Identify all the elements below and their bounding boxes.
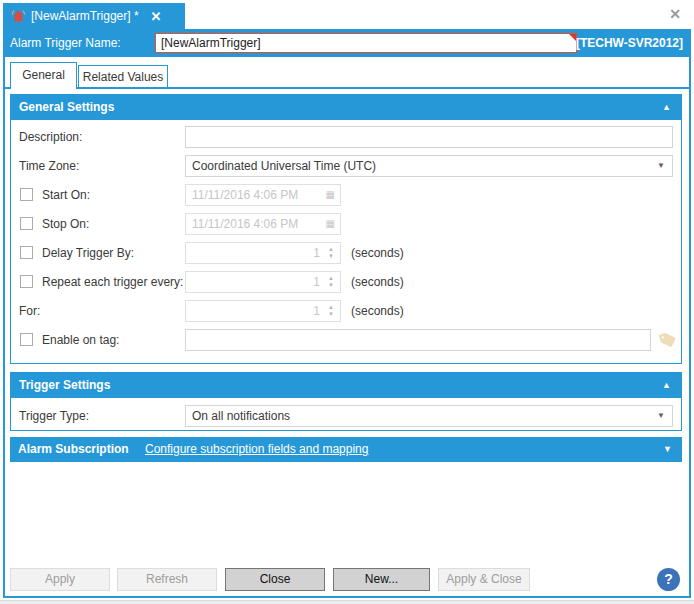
row-repeat-trigger: Repeat each trigger every: 1 ▲▼ (seconds… bbox=[11, 271, 681, 293]
general-settings-title: General Settings bbox=[19, 100, 114, 114]
row-start-on: Start On: 11/11/2016 4:06 PM ▦ bbox=[11, 184, 681, 206]
section-alarm-subscription: Alarm Subscription Configure subscriptio… bbox=[10, 437, 682, 462]
dropdown-arrow-icon: ▼ bbox=[657, 156, 665, 176]
row-trigger-type: Trigger Type: On all notifications ▼ bbox=[11, 405, 681, 427]
spinner-arrows-icon[interactable]: ▲▼ bbox=[325, 304, 337, 318]
apply-and-close-button[interactable]: Apply & Close bbox=[438, 568, 530, 591]
delay-trigger-unit: (seconds) bbox=[351, 242, 404, 264]
general-settings-body: Description: Time Zone: Coordinated Univ… bbox=[11, 120, 681, 363]
alarm-trigger-header-bar: Alarm Trigger Name: [TECHW-SVR2012] bbox=[3, 29, 691, 57]
trigger-settings-title: Trigger Settings bbox=[19, 378, 110, 392]
section-general-settings: General Settings ▲ Description: Time Zon… bbox=[10, 94, 682, 364]
trigger-type-dropdown[interactable]: On all notifications ▼ bbox=[185, 405, 673, 427]
server-name-badge: [TECHW-SVR2012] bbox=[576, 29, 683, 57]
description-input[interactable] bbox=[185, 126, 673, 148]
pane-border-left bbox=[3, 29, 5, 598]
row-stop-on: Stop On: 11/11/2016 4:06 PM ▦ bbox=[11, 213, 681, 235]
stop-on-label: Stop On: bbox=[42, 213, 89, 235]
pane-close-icon[interactable]: ✕ bbox=[669, 7, 681, 21]
alarm-trigger-name-label: Alarm Trigger Name: bbox=[10, 29, 121, 57]
tab-close-icon[interactable]: ✕ bbox=[151, 9, 162, 24]
trigger-settings-header[interactable]: Trigger Settings ▲ bbox=[11, 373, 681, 398]
alarm-subscription-title: Alarm Subscription bbox=[18, 442, 129, 456]
alarm-trigger-name-input[interactable] bbox=[155, 33, 577, 53]
start-on-checkbox[interactable] bbox=[20, 188, 33, 201]
pane-border-bottom bbox=[3, 596, 691, 598]
dropdown-arrow-icon: ▼ bbox=[657, 406, 665, 426]
tab-general[interactable]: General bbox=[10, 62, 77, 89]
pane-border-right bbox=[689, 29, 691, 598]
row-enable-on-tag: Enable on tag: bbox=[11, 329, 681, 351]
repeat-trigger-label: Repeat each trigger every: bbox=[42, 271, 183, 293]
calendar-picker-icon[interactable]: ▦ bbox=[326, 185, 335, 205]
tag-browse-icon[interactable] bbox=[657, 329, 680, 352]
repeat-trigger-checkbox[interactable] bbox=[20, 275, 33, 288]
apply-button[interactable]: Apply bbox=[10, 568, 110, 591]
calendar-picker-icon[interactable]: ▦ bbox=[326, 214, 335, 234]
document-tab-title: [NewAlarmTrigger] * bbox=[31, 9, 139, 23]
trigger-settings-body: Trigger Type: On all notifications ▼ bbox=[11, 398, 681, 430]
close-button[interactable]: Close bbox=[225, 568, 325, 591]
for-duration-spinner[interactable]: 1 ▲▼ bbox=[185, 300, 341, 322]
expand-arrow-icon[interactable]: ▼ bbox=[663, 437, 672, 462]
enable-on-tag-checkbox[interactable] bbox=[20, 333, 33, 346]
time-zone-dropdown[interactable]: Coordinated Universal Time (UTC) ▼ bbox=[185, 155, 673, 177]
description-label: Description: bbox=[19, 126, 82, 148]
row-description: Description: bbox=[11, 126, 681, 148]
alarm-bell-icon bbox=[11, 9, 26, 24]
stop-on-checkbox[interactable] bbox=[20, 217, 33, 230]
collapse-arrow-icon[interactable]: ▲ bbox=[662, 95, 671, 120]
section-trigger-settings: Trigger Settings ▲ Trigger Type: On all … bbox=[10, 372, 682, 431]
spinner-arrows-icon[interactable]: ▲▼ bbox=[325, 246, 337, 260]
for-label: For: bbox=[19, 300, 40, 322]
stop-on-datetime-input[interactable]: 11/11/2016 4:06 PM ▦ bbox=[185, 213, 341, 235]
alarm-subscription-header[interactable]: Alarm Subscription Configure subscriptio… bbox=[10, 437, 682, 462]
for-duration-unit: (seconds) bbox=[351, 300, 404, 322]
start-on-label: Start On: bbox=[42, 184, 90, 206]
general-settings-header[interactable]: General Settings ▲ bbox=[11, 95, 681, 120]
collapse-arrow-icon[interactable]: ▲ bbox=[662, 373, 671, 398]
tab-related-values[interactable]: Related Values bbox=[78, 65, 168, 89]
document-tab[interactable]: [NewAlarmTrigger] * ✕ bbox=[3, 3, 185, 29]
delay-trigger-label: Delay Trigger By: bbox=[42, 242, 134, 264]
configure-subscription-link[interactable]: Configure subscription fields and mappin… bbox=[145, 437, 368, 462]
tab-strip-underline bbox=[3, 87, 691, 89]
delay-trigger-spinner[interactable]: 1 ▲▼ bbox=[185, 242, 341, 264]
start-on-datetime-input[interactable]: 11/11/2016 4:06 PM ▦ bbox=[185, 184, 341, 206]
enable-on-tag-input[interactable] bbox=[185, 329, 651, 351]
window-bottom-edge bbox=[0, 600, 694, 604]
delay-trigger-checkbox[interactable] bbox=[20, 246, 33, 259]
repeat-trigger-spinner[interactable]: 1 ▲▼ bbox=[185, 271, 341, 293]
new-button[interactable]: New... bbox=[333, 568, 430, 591]
refresh-button[interactable]: Refresh bbox=[117, 568, 217, 591]
enable-on-tag-label: Enable on tag: bbox=[42, 329, 119, 351]
help-icon[interactable]: ? bbox=[657, 568, 680, 591]
spinner-arrows-icon[interactable]: ▲▼ bbox=[325, 275, 337, 289]
row-delay-trigger: Delay Trigger By: 1 ▲▼ (seconds) bbox=[11, 242, 681, 264]
repeat-trigger-unit: (seconds) bbox=[351, 271, 404, 293]
trigger-type-label: Trigger Type: bbox=[19, 405, 89, 427]
row-time-zone: Time Zone: Coordinated Universal Time (U… bbox=[11, 155, 681, 177]
time-zone-label: Time Zone: bbox=[19, 155, 79, 177]
row-for-duration: For: 1 ▲▼ (seconds) bbox=[11, 300, 681, 322]
